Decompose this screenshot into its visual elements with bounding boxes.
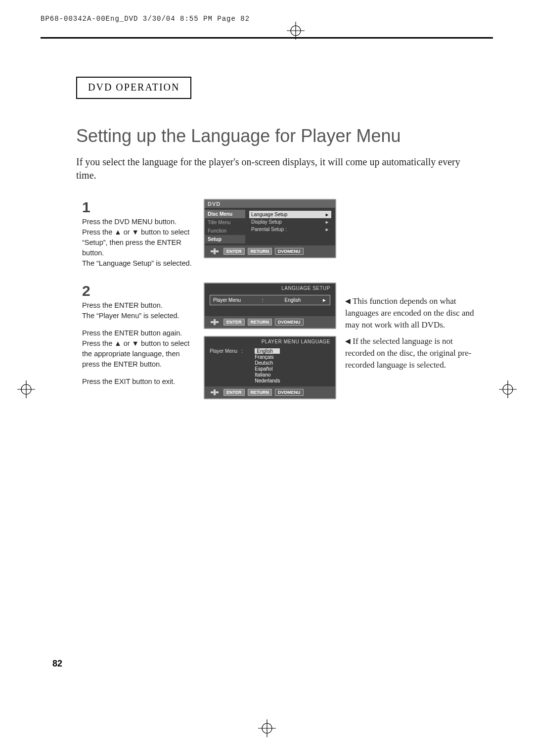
osd-2-label: Player Menu [213,297,241,303]
intro-paragraph: If you select the language for the playe… [76,155,467,182]
osd-1-row-display-setup: Display Setup ► [249,218,331,226]
osd-dvdmenu-button: DVDMENU [275,319,304,326]
osd-3-colon: : [241,348,243,354]
section-heading: DVD OPERATION [88,82,179,93]
chevron-right-icon: ► [325,220,329,225]
osd-column: LANGUAGE SETUP Player Menu : English ► E… [204,283,336,406]
header-rule [41,37,493,39]
step-2-number: 2 [82,283,195,299]
osd-3-language-list: English Français Deutsch Español Italian… [255,348,280,383]
osd-1-button-bar: ENTER RETURN DVDMENU [205,245,335,257]
step-1-row: 1 Press the DVD MENU button. Press the ▲… [82,199,487,269]
osd-side-function: Function [205,227,245,235]
step-1-line-2: Press the ▲ or ▼ button to select “Setup… [82,227,195,258]
osd-3-lang-francais: Français [255,354,280,360]
svg-rect-15 [214,319,216,325]
crop-mark-bottom [258,719,276,737]
page-number: 82 [52,659,62,669]
note-1-text: This function depends on what languages … [345,296,474,330]
osd-2-value: English [284,297,301,303]
step-2-line-2: The “Player Menu” is selected. [82,311,195,321]
osd-return-button: RETURN [248,389,272,396]
osd-enter-button: ENTER [223,389,245,396]
osd-side-disc-menu: Disc Menu [205,210,245,218]
print-header-code: BP68-00342A-00Eng_DVD 3/30/04 8:55 PM Pa… [41,15,250,23]
svg-rect-17 [214,389,216,395]
step-2-line-5: Press the EXIT button to exit. [82,377,195,387]
page-title: Setting up the Language for Player Menu [76,126,487,146]
step-2-line-1: Press the ENTER button. [82,300,195,311]
osd-enter-button: ENTER [223,319,245,326]
triangle-left-icon: ◀ [345,337,351,345]
osd-1: DVD Disc Menu Title Menu Function Setup … [204,199,336,269]
osd-3-label: Player Menu [210,348,237,354]
page-content: DVD OPERATION Setting up the Language fo… [64,77,487,406]
osd-2-button-bar: ENTER RETURN DVDMENU [205,316,335,328]
osd-3-button-bar: ENTER RETURN DVDMENU [205,386,335,398]
osd-3-lang-nederlands: Nederlands [255,378,280,383]
note-1: ◀ This function depends on what language… [345,295,484,331]
osd-3-lang-english: English [255,348,280,354]
osd-return-button: RETURN [248,248,272,255]
side-notes: ◀ This function depends on what language… [345,295,484,406]
osd-1-row-1-label: Language Setup [251,212,287,217]
osd-2: LANGUAGE SETUP Player Menu : English ► E… [204,283,336,329]
osd-2-header: LANGUAGE SETUP [205,284,335,292]
osd-1-row-language-setup: Language Setup ► [249,211,331,218]
step-2-row: 2 Press the ENTER button. The “Player Me… [82,283,487,406]
step-1-line-3: The “Language Setup” is selected. [82,258,195,269]
step-1-text: 1 Press the DVD MENU button. Press the ▲… [82,199,195,269]
svg-rect-13 [214,248,216,254]
osd-3: PLAYER MENU LANGUAGE Player Menu : Engli… [204,336,336,399]
osd-1-row-3-label: Parental Setup : [251,227,287,232]
osd-dvdmenu-button: DVDMENU [275,248,304,255]
note-2: ◀ If the selected language is not record… [345,335,484,371]
osd-1-banner: DVD [205,200,335,208]
osd-1-sidebar: Disc Menu Title Menu Function Setup [205,208,245,245]
osd-3-body: Player Menu : English Français Deutsch E… [205,345,335,386]
note-2-text: If the selected language is not recorded… [345,336,471,370]
chevron-right-icon: ► [325,227,329,232]
osd-2-player-menu-row: Player Menu : English ► [210,295,330,305]
osd-dvdmenu-button: DVDMENU [275,389,304,396]
step-2-line-4: Press the ▲ or ▼ button to select the ap… [82,338,195,370]
dpad-icon [209,389,221,396]
section-heading-box: DVD OPERATION [76,77,191,99]
osd-3-lang-italiano: Italiano [255,372,280,378]
osd-2-colon: : [262,297,264,303]
step-2-line-3: Press the ENTER button again. [82,328,195,338]
chevron-right-icon: ► [325,212,329,217]
osd-enter-button: ENTER [223,248,245,255]
osd-side-setup: Setup [205,235,245,243]
step-1-line-1: Press the DVD MENU button. [82,217,195,227]
osd-1-row-parental-setup: Parental Setup : ► [249,226,331,233]
osd-1-main: Language Setup ► Display Setup ► Parenta… [245,208,335,245]
osd-return-button: RETURN [248,319,272,326]
osd-side-title-menu: Title Menu [205,218,245,227]
dpad-icon [209,319,221,326]
osd-3-lang-deutsch: Deutsch [255,360,280,366]
step-1-number: 1 [82,199,195,216]
crop-mark-left [17,380,35,398]
triangle-left-icon: ◀ [345,297,351,305]
osd-1-row-2-label: Display Setup [251,219,282,225]
step-2-text: 2 Press the ENTER button. The “Player Me… [82,283,195,406]
osd-3-header: PLAYER MENU LANGUAGE [205,337,335,345]
chevron-right-icon: ► [322,297,327,303]
osd-3-lang-espanol: Español [255,366,280,372]
crop-mark-right [499,380,517,398]
dpad-icon [209,248,221,255]
crop-mark-top [287,22,305,40]
